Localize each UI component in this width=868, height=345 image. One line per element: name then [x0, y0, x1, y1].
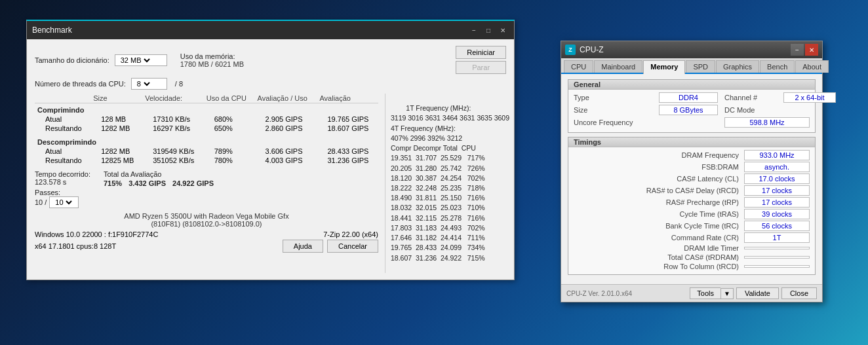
timings-section-body: DRAM Frequency 933.0 MHz FSB:DRAM asynch… — [568, 147, 815, 274]
descomprimindo-atual-label: Atual — [35, 147, 90, 156]
dram-freq-field: DRAM Frequency 933.0 MHz — [574, 150, 810, 160]
tools-btn-group: Tools ▼ — [690, 287, 734, 299]
descomprimindo-result-cpu: 780% — [204, 156, 255, 165]
tab-cpu[interactable]: CPU — [564, 60, 593, 73]
channel-label: Channel # — [724, 94, 783, 101]
row-col-value — [744, 265, 810, 268]
tab-graphics[interactable]: Graphics — [716, 60, 759, 73]
tras-field: Cycle Time (tRAS) 39 clocks — [574, 209, 810, 219]
total-avaliacao-label: Total da Avaliação — [104, 170, 161, 178]
descomprimindo-atual-size: 1282 MB — [90, 147, 142, 156]
total-cas-label: Total CAS# (tRDRAM) — [574, 253, 744, 261]
passes-select-input[interactable]: 10 — [52, 198, 74, 207]
comprimindo-atual-gips2: 19.765 GIPS — [317, 115, 378, 124]
cpu-info: AMD Ryzen 5 3500U with Radeon Vega Mobil… — [35, 212, 378, 228]
cpuz-version: CPU-Z Ver. 2.01.0.x64 — [566, 290, 632, 297]
validate-button[interactable]: Validate — [736, 287, 779, 299]
cas-field: CAS# Latency (CL) 17.0 clocks — [574, 173, 810, 184]
row-col-field: Row To Column (tRCD) — [574, 263, 810, 270]
comprimindo-result-size: 1282 MB — [90, 124, 142, 133]
channel-value: 2 x 64-bit — [783, 92, 836, 103]
dram-freq-label: DRAM Frequency — [574, 151, 744, 159]
size-field: Size 8 GBytes DC Mode — [574, 105, 810, 115]
cpuz-window: Z CPU-Z − ✕ CPU Mainboard Memory SPD Gra… — [561, 41, 823, 302]
threads-select-input[interactable]: 8 — [134, 79, 152, 88]
descomprimindo-atual-cpu: 789% — [204, 147, 255, 156]
cpuz-titlebar: Z CPU-Z − ✕ — [561, 41, 822, 58]
total-section: Total da Avaliação 715% 3.432 GIPS 24.92… — [104, 170, 214, 187]
bottom-info-row: Windows 10.0 22000 : f:1F910F2774C 7-Zip… — [35, 230, 378, 238]
os-info: Windows 10.0 22000 : f:1F910F2774C — [35, 230, 158, 238]
ajuda-button[interactable]: Ajuda — [283, 240, 323, 253]
uncore-label: Uncore Frequency — [574, 118, 659, 126]
comprimindo-atual-label: Atual — [35, 115, 90, 124]
dc-mode-label: DC Mode — [724, 106, 783, 114]
fsb-field: FSB:DRAM asynch. — [574, 162, 810, 172]
passes-value: 10 / — [35, 198, 47, 206]
trcd-label: RAS# to CAS# Delay (tRCD) — [574, 187, 744, 194]
cpuz-footer-buttons: Tools ▼ Validate Close — [690, 287, 817, 299]
size-label: Size — [574, 106, 659, 114]
close-button[interactable]: ✕ — [497, 24, 509, 36]
col-velocidade: Velocidade: — [142, 94, 203, 103]
arch-info: x64 17.1801 cpus:8 128T — [35, 242, 116, 250]
table-row: Atual 128 MB 17310 KB/s 680% 2.905 GIPS … — [35, 115, 378, 124]
row-col-label: Row To Column (tRCD) — [574, 263, 744, 270]
descomprimindo-atual-velocidade: 319549 KB/s — [142, 147, 203, 156]
threads-select[interactable]: 8 — [131, 78, 167, 90]
reiniciar-button[interactable]: Reiniciar — [456, 46, 506, 59]
cpuz-minimize-button[interactable]: − — [791, 44, 804, 56]
tab-memory[interactable]: Memory — [643, 60, 685, 74]
benchmark-window: Benchmark − □ ✕ Tamanho do dicionário: 3… — [26, 20, 515, 280]
parar-button[interactable]: Parar — [456, 61, 506, 74]
comprimindo-result-velocidade: 16297 KB/s — [142, 124, 203, 133]
cr-label: Command Rate (CR) — [574, 234, 744, 242]
cpuz-close-footer-button[interactable]: Close — [781, 287, 817, 299]
fsb-value: asynch. — [744, 162, 810, 172]
left-panel: Size Velocidade: Uso da CPU Avaliação / … — [35, 94, 378, 273]
timings-section-header: Timings — [568, 137, 815, 147]
table-row: Resultando 1282 MB 16297 KB/s 650% 2.860… — [35, 124, 378, 133]
tab-bench[interactable]: Bench — [760, 60, 795, 73]
col-avaliacao-uso: Avaliação / Uso — [255, 94, 317, 103]
comprimindo-result-gips2: 18.607 GIPS — [317, 124, 378, 133]
tab-spd[interactable]: SPD — [686, 60, 715, 73]
uncore-value: 598.8 MHz — [724, 117, 810, 128]
gips2-total: 24.922 GIPS — [172, 179, 214, 187]
type-field: Type DDR4 Channel # 2 x 64-bit — [574, 92, 810, 103]
total-cas-field: Total CAS# (tRDRAM) — [574, 253, 810, 261]
tempo-value: 123.578 s — [35, 178, 66, 186]
cpuz-footer: CPU-Z Ver. 2.01.0.x64 Tools ▼ Validate C… — [561, 284, 822, 302]
cpuz-close-button[interactable]: ✕ — [805, 44, 818, 56]
descomprimindo-atual-gips1: 3.606 GIPS — [255, 147, 317, 156]
type-label: Type — [574, 94, 659, 101]
dict-size-select-input[interactable]: 32 MB — [118, 56, 152, 65]
tras-value: 39 clocks — [744, 209, 810, 219]
tempo-label: Tempo decorrido: — [35, 170, 90, 178]
tab-about[interactable]: About — [795, 60, 829, 73]
results-area: Size Velocidade: Uso da CPU Avaliação / … — [35, 94, 506, 273]
percent-value: 715% — [104, 179, 122, 187]
tools-arrow-button[interactable]: ▼ — [720, 288, 734, 299]
idle-field: DRAM Idle Timer — [574, 244, 810, 252]
cpuz-memory-content: General Type DDR4 Channel # 2 x 64-bit S… — [561, 74, 822, 284]
tab-mainboard[interactable]: Mainboard — [594, 60, 642, 73]
footer-buttons: Ajuda Cancelar — [283, 240, 378, 253]
minimize-button[interactable]: − — [468, 24, 480, 36]
tras-label: Cycle Time (tRAS) — [574, 210, 744, 218]
dict-size-select[interactable]: 32 MB — [115, 54, 167, 66]
trp-value: 17 clocks — [744, 197, 810, 208]
comprimindo-atual-cpu: 680% — [204, 115, 255, 124]
maximize-button[interactable]: □ — [483, 24, 494, 36]
tools-button[interactable]: Tools — [690, 287, 720, 299]
size-value: 8 GBytes — [659, 105, 718, 115]
cas-value: 17.0 clocks — [744, 173, 810, 184]
uncore-field: Uncore Frequency 598.8 MHz — [574, 117, 810, 128]
cr-field: Command Rate (CR) 1T — [574, 232, 810, 243]
descomprimindo-result-size: 12825 MB — [90, 156, 142, 165]
passes-select[interactable]: 10 — [49, 196, 79, 208]
cancelar-button[interactable]: Cancelar — [327, 240, 378, 253]
descomprimindo-result-velocidade: 351052 KB/s — [142, 156, 203, 165]
comprimindo-result-cpu: 650% — [204, 124, 255, 133]
dict-size-label: Tamanho do dicionário: — [35, 56, 109, 64]
